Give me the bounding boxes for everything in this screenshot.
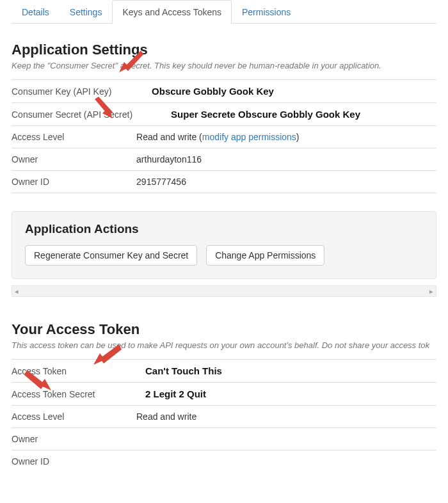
token-owner-id-value [136, 451, 436, 473]
application-actions-heading: Application Actions [25, 222, 423, 236]
access-token-heading: Your Access Token [12, 321, 436, 338]
token-access-level-value: Read and write [136, 406, 436, 428]
row-consumer-secret: Consumer Secret (API Secret) Super Secre… [12, 103, 436, 126]
scroll-left-icon: ◂ [15, 287, 19, 296]
access-token-subtitle: This access token can be used to make AP… [12, 340, 436, 350]
row-owner-id: Owner ID 2915777456 [12, 171, 436, 193]
access-token-secret-label: Access Token Secret [12, 383, 136, 406]
access-token-value: Can't Touch This [136, 365, 222, 376]
row-owner: Owner arthurdayton116 [12, 148, 436, 171]
row-consumer-key: Consumer Key (API Key) Obscure Gobbly Go… [12, 80, 436, 103]
token-access-level-label: Access Level [12, 406, 136, 428]
consumer-secret-value: Super Secrete Obscure Gobbly Gook Key [136, 109, 360, 120]
row-token-access-level: Access Level Read and write [12, 406, 436, 428]
tab-bar: Details Settings Keys and Access Tokens … [12, 0, 436, 24]
owner-id-label: Owner ID [12, 171, 136, 193]
tab-details[interactable]: Details [12, 0, 60, 24]
access-level-prefix: Read and write ( [136, 132, 202, 142]
scroll-right-icon: ▸ [429, 287, 433, 296]
owner-value: arthurdayton116 [136, 148, 436, 171]
owner-id-value: 2915777456 [136, 171, 436, 193]
row-access-token-secret: Access Token Secret 2 Legit 2 Quit [12, 383, 436, 406]
token-owner-id-label: Owner ID [12, 451, 136, 473]
horizontal-scrollbar[interactable]: ◂ ▸ [12, 285, 436, 297]
owner-label: Owner [12, 148, 136, 171]
row-token-owner-id: Owner ID [12, 451, 436, 473]
consumer-key-label: Consumer Key (API Key) [12, 80, 136, 103]
row-access-token: Access Token Can't Touch This [12, 360, 436, 383]
access-level-label: Access Level [12, 126, 136, 148]
consumer-key-value: Obscure Gobbly Gook Key [136, 86, 274, 97]
tab-settings[interactable]: Settings [60, 0, 113, 24]
token-owner-label: Owner [12, 428, 136, 451]
app-settings-table: Consumer Key (API Key) Obscure Gobbly Go… [12, 79, 436, 193]
app-settings-subtitle: Keep the "Consumer Secret" a secret. Thi… [12, 61, 436, 70]
access-level-suffix: ) [296, 132, 300, 142]
regenerate-key-button[interactable]: Regenerate Consumer Key and Secret [25, 245, 197, 266]
modify-permissions-link[interactable]: modify app permissions [202, 132, 296, 142]
app-settings-heading: Application Settings [12, 42, 436, 58]
access-token-secret-value: 2 Legit 2 Quit [136, 388, 206, 399]
change-permissions-button[interactable]: Change App Permissions [206, 245, 324, 266]
access-token-table: Access Token Can't Touch This Access Tok… [12, 359, 436, 472]
access-token-label: Access Token [12, 360, 136, 383]
tab-keys[interactable]: Keys and Access Tokens [112, 0, 232, 24]
row-access-level: Access Level Read and write (modify app … [12, 126, 436, 148]
tab-permissions[interactable]: Permissions [232, 0, 301, 24]
application-actions-panel: Application Actions Regenerate Consumer … [12, 211, 436, 279]
row-token-owner: Owner [12, 428, 436, 451]
consumer-secret-label: Consumer Secret (API Secret) [12, 103, 136, 126]
token-owner-value [136, 428, 436, 451]
